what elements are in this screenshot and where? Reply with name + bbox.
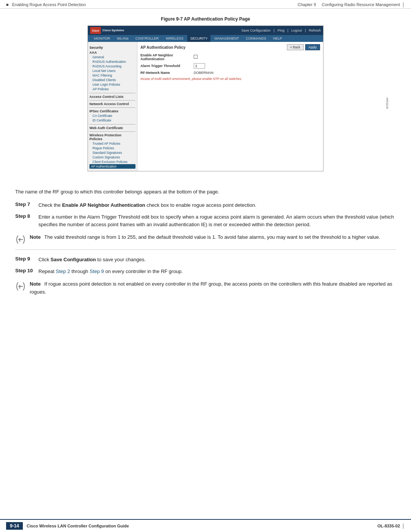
- sidebar-id-cert[interactable]: ID Certificate: [89, 118, 135, 123]
- logout-link[interactable]: Logout: [292, 29, 302, 32]
- cisco-topbar: Cisco Cisco Systems Save Configuration |…: [88, 26, 323, 35]
- step-7-label: Step 7: [15, 201, 36, 207]
- step-9-content: Click Save Configuration to save your ch…: [38, 256, 396, 264]
- cisco-topbar-links[interactable]: Save Configuration | Ping | Logout | Ref…: [241, 29, 321, 32]
- sidebar-wireless-protection: Wireless ProtectionPolicies: [89, 133, 135, 141]
- sidebar-ipsec: IPSec Certificates: [89, 109, 135, 113]
- sidebar-web-auth: Web Auth Certificate: [89, 126, 135, 130]
- logout-link[interactable]: |: [287, 29, 288, 32]
- cisco-content: Security AAA General RADIUS Authenticati…: [88, 42, 323, 171]
- sidebar-mac-filtering[interactable]: MAC Filtering: [89, 73, 135, 78]
- step-9-label: Step 9: [15, 256, 36, 262]
- rf-network-value: DOBERMAN: [194, 71, 320, 75]
- step-10: Step 10 Repeat Step 2 through Step 9 on …: [15, 268, 396, 276]
- figure-caption: Figure 9-7 AP Authentication Policy Page: [15, 16, 396, 22]
- sidebar-radius-auth[interactable]: RADIUS Authentication: [89, 59, 135, 64]
- sidebar-radius-acct[interactable]: RADIUS Accounting: [89, 64, 135, 69]
- cisco-sidebar: Security AAA General RADIUS Authenticati…: [88, 42, 137, 171]
- sidebar-local-net[interactable]: Local Net Users: [89, 69, 135, 73]
- note-1-text: The valid threshold range is from 1 to 2…: [44, 234, 380, 240]
- sidebar-ca-cert[interactable]: CA Certificate: [89, 113, 135, 118]
- page-footer: 9-14 Cisco Wireless LAN Controller Confi…: [0, 519, 411, 532]
- ping-link[interactable]: Ping: [277, 29, 284, 32]
- sidebar-nac: Network Access Control: [89, 102, 135, 106]
- step-10-label: Step 10: [15, 268, 36, 273]
- nav-commands[interactable]: COMMANDS: [243, 35, 269, 42]
- footer-doc-num: OL-8335-02 │: [378, 524, 405, 528]
- step-8-content: Enter a number in the Alarm Trigger Thre…: [38, 213, 396, 229]
- nav-management[interactable]: MANAGEMENT: [211, 35, 242, 42]
- step-8: Step 8 Enter a number in the Alarm Trigg…: [15, 213, 396, 229]
- step9-link[interactable]: Step 9: [89, 268, 104, 274]
- cisco-navbar: MONITOR WLANs CONTROLLER WIRELESS SECURI…: [88, 35, 323, 42]
- svg-text:Cisco: Cisco: [92, 29, 99, 32]
- step-7-content: Check the Enable AP Neighbor Authenticat…: [38, 201, 396, 209]
- enable-auth-checkbox[interactable]: [194, 55, 320, 59]
- nav-wlans[interactable]: WLANs: [114, 35, 132, 42]
- note-2-box: Note If rogue access point detection is …: [15, 280, 396, 301]
- ping-link[interactable]: |: [274, 29, 274, 32]
- sidebar-rogue-policies[interactable]: Rogue Policies: [89, 146, 135, 150]
- screenshot-wrapper: Cisco Cisco Systems Save Configuration |…: [15, 26, 396, 181]
- note-1-text-area: Note The valid threshold range is from 1…: [30, 233, 396, 241]
- sidebar-ap-policies[interactable]: AP Policies: [89, 87, 135, 91]
- cisco-logo: Cisco Cisco Systems: [90, 27, 124, 34]
- step-7-bold: Enable AP Neighbor Authentication: [62, 202, 145, 208]
- step2-link[interactable]: Step 2: [56, 268, 70, 274]
- sidebar-client-exclusion[interactable]: Client Exclusion Policies: [89, 160, 135, 164]
- sidebar-standard-sig[interactable]: Standard Signatures: [89, 150, 135, 155]
- sidebar-trusted-ap[interactable]: Trusted AP Policies: [89, 141, 135, 146]
- sidebar-user-login[interactable]: User Login Policies: [89, 82, 135, 87]
- cisco-logo-text: Cisco Systems: [102, 29, 124, 32]
- alarm-threshold-row: Alarm Trigger Threshold 1: [140, 63, 320, 69]
- enable-auth-label: Enable AP Neighbor Authentication: [140, 53, 194, 61]
- note-2-icon: [15, 281, 26, 292]
- figure-number: IE55384: [386, 97, 389, 109]
- cisco-logo-box: Cisco: [90, 27, 101, 34]
- save-config-link[interactable]: Save Configuration: [241, 29, 271, 32]
- step-9: Step 9 Click Save Configuration to save …: [15, 256, 396, 264]
- apply-button[interactable]: Apply: [305, 44, 320, 50]
- step-7: Step 7 Check the Enable AP Neighbor Auth…: [15, 201, 396, 209]
- step-10-content: Repeat Step 2 through Step 9 on every co…: [38, 268, 396, 276]
- cisco-main-panel: AP Authentication Policy < Back Apply En…: [137, 42, 323, 171]
- header-right: Chapter 9 Configuring Radio Resource Man…: [298, 2, 405, 7]
- footer-title: Cisco Wireless LAN Controller Configurat…: [27, 524, 129, 528]
- note-1-icon: [15, 234, 26, 245]
- sidebar-general[interactable]: General: [89, 55, 135, 59]
- cisco-main-header: AP Authentication Policy < Back Apply: [140, 44, 320, 50]
- sidebar-disabled-clients[interactable]: Disabled Clients: [89, 78, 135, 82]
- nav-wireless[interactable]: WIRELESS: [162, 35, 186, 42]
- sidebar-ap-auth[interactable]: AP Authentication: [89, 164, 135, 169]
- note-2-label: Note: [30, 281, 41, 287]
- main-panel-title: AP Authentication Policy: [140, 45, 185, 50]
- note-2-text-area: Note If rogue access point detection is …: [30, 280, 396, 296]
- enable-auth-check-box[interactable]: [194, 55, 198, 59]
- note-2-text: If rogue access point detection is not e…: [30, 281, 392, 295]
- page-header: ■ Enabling Rogue Access Point Detection …: [0, 0, 411, 9]
- sidebar-security-title: Security: [89, 46, 135, 50]
- alarm-input[interactable]: 1: [194, 63, 205, 69]
- sidebar-custom-sig[interactable]: Custom Signatures: [89, 155, 135, 160]
- main-content: Figure 9-7 AP Authentication Policy Page…: [0, 9, 411, 322]
- body-text: The name of the RF group to which this c…: [15, 188, 396, 196]
- main-buttons: < Back Apply: [287, 44, 320, 50]
- refresh-link[interactable]: Refresh: [309, 29, 321, 32]
- note-1-box: Note The valid threshold range is from 1…: [15, 233, 396, 250]
- nav-help[interactable]: HELP: [270, 35, 285, 42]
- screenshot-box: Cisco Cisco Systems Save Configuration |…: [88, 26, 323, 171]
- alarm-value: 1: [194, 63, 320, 69]
- back-button[interactable]: < Back: [287, 44, 304, 50]
- page-number: 9-14: [6, 522, 23, 530]
- enable-auth-row: Enable AP Neighbor Authentication: [140, 53, 320, 61]
- nav-security[interactable]: SECURITY: [187, 35, 211, 42]
- nav-monitor[interactable]: MONITOR: [91, 35, 113, 42]
- refresh-link[interactable]: |: [305, 29, 306, 32]
- header-left: ■ Enabling Rogue Access Point Detection: [6, 2, 86, 7]
- rf-network-label: RF-Network Name: [140, 71, 194, 75]
- alarm-label: Alarm Trigger Threshold: [140, 64, 194, 68]
- sidebar-acl: Access Control Lists: [89, 95, 135, 99]
- footer-left: 9-14 Cisco Wireless LAN Controller Confi…: [6, 522, 129, 530]
- nav-controller[interactable]: CONTROLLER: [132, 35, 162, 42]
- note-1-label: Note: [30, 234, 41, 240]
